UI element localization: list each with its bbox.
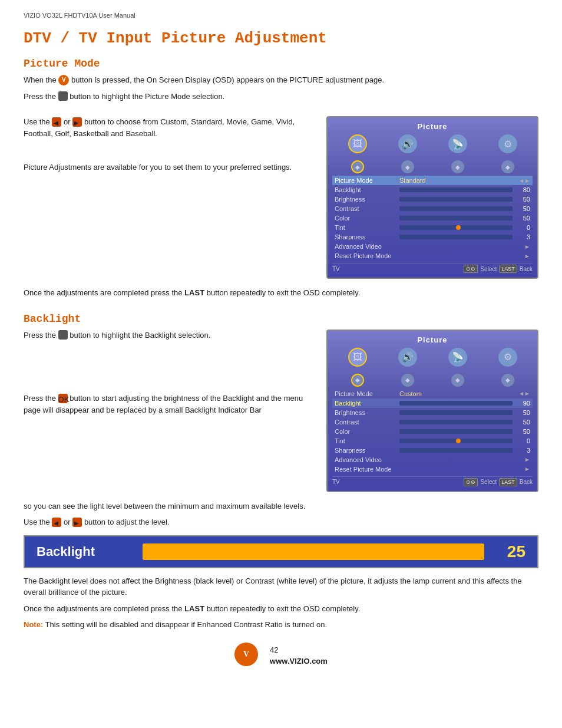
osd2-row-advanced: Advanced Video ► [332, 455, 533, 465]
sub-icon-1b: ◆ [351, 374, 364, 387]
section2-para2: Press the OK button to start adjusting t… [24, 393, 315, 416]
osd2-icon-picture: 🖼 [348, 348, 367, 367]
osd2-row-color: Color 50 [332, 427, 533, 436]
left-arrow-icon-2: ◄ [52, 518, 61, 527]
section2-desc1: The Backlight level does not affect the … [24, 575, 538, 598]
osd2-select-text: Select [480, 479, 497, 485]
osd2-row-contrast: Contrast 50 [332, 417, 533, 427]
osd1-icon-audio: 🔊 [398, 134, 417, 153]
section1-para3: Use the ◄ or ► button to choose from Cus… [24, 116, 315, 139]
section2-desc2: Once the adjustments are completed press… [24, 603, 538, 615]
osd2-back-text: Back [520, 479, 533, 485]
section2-content: Press the button to highlight the Backli… [24, 330, 538, 492]
section1-para1: When the V button is pressed, the On Scr… [24, 74, 538, 86]
page-header: VIZIO VO32L FHDTV10A User Manual [24, 12, 538, 19]
last-bold-1: LAST [184, 288, 204, 297]
sub-icon-3b: ◆ [451, 374, 464, 387]
footer-url: www.VIZIO.com [270, 657, 328, 666]
backlight-bar-value: 25 [496, 542, 525, 561]
sub-icon-4: ◆ [501, 160, 514, 173]
osd2-row-brightness: Brightness 50 [332, 408, 533, 417]
osd1-icons-row: 🖼 🔊 📡 ⚙ [332, 134, 533, 156]
right-arrow-icon: ► [72, 117, 82, 127]
backlight-indicator-bar: Backlight 25 [24, 535, 538, 568]
settings-icon: ⚙ [498, 134, 517, 153]
osd1-title: Picture [332, 122, 533, 131]
sub-icon-2b: ◆ [401, 374, 414, 387]
backlight-highlight-btn [58, 330, 68, 340]
osd1-row-tint: Tint 0 [332, 223, 533, 232]
section2-para4: Use the ◄ or ► button to adjust the leve… [24, 516, 538, 528]
osd2-box: Picture 🖼 🔊 📡 ⚙ ◆ ◆ ◆ ◆ [326, 330, 538, 492]
osd1-footer-right: ⊙⊙ Select LAST Back [464, 265, 533, 273]
osd2-row-tint: Tint 0 [332, 436, 533, 446]
audio-icon-2: 🔊 [398, 348, 417, 367]
osd1-row-picture-mode: Picture Mode Standard ◄► [332, 176, 533, 185]
page-number: 42 [270, 645, 328, 654]
section1-after-para: Once the adjustments are completed press… [24, 287, 538, 299]
osd2-icon-audio: 🔊 [398, 348, 417, 367]
tuner-icon: 📡 [448, 134, 467, 153]
osd2-icons-row: 🖼 🔊 📡 ⚙ [332, 348, 533, 369]
osd1-icon-picture: 🖼 [348, 134, 367, 153]
osd1-back-text: Back [520, 266, 533, 272]
osd1-box: Picture 🖼 🔊 📡 ⚙ ◆ ◆ ◆ ◆ [326, 116, 538, 279]
page-title: DTV / TV Input Picture Adjustment [24, 29, 538, 47]
section2-para1: Press the button to highlight the Backli… [24, 330, 315, 341]
osd2-footer: TV ⊙⊙ Select LAST Back [332, 476, 533, 486]
osd1-icon-settings: ⚙ [498, 134, 517, 153]
osd1-footer: TV ⊙⊙ Select LAST Back [332, 263, 533, 273]
osd1-back-kbd: LAST [499, 265, 517, 273]
section1-caption: Picture Adjustments are available for yo… [24, 162, 315, 173]
osd1-row-backlight: Backlight 80 [332, 185, 533, 195]
osd2-container: Picture 🖼 🔊 📡 ⚙ ◆ ◆ ◆ ◆ [326, 330, 538, 492]
osd2-footer-right: ⊙⊙ Select LAST Back [464, 478, 533, 486]
osd1-row-sharpness: Sharpness 3 [332, 232, 533, 242]
right-arrow-icon-2: ► [72, 518, 82, 527]
section1-text: Use the ◄ or ► button to choose from Cus… [24, 116, 315, 178]
osd1-select-kbd: ⊙⊙ [464, 265, 478, 273]
osd2-icon-tuner: 📡 [448, 348, 467, 367]
settings-icon-2: ⚙ [498, 348, 517, 367]
sub-icon-1: ◆ [351, 160, 364, 173]
backlight-level-indicator [143, 543, 484, 560]
osd2-row-picture-mode: Picture Mode Custom ◄► [332, 389, 533, 398]
ok-button-icon: OK [58, 394, 68, 403]
picture-icon: 🖼 [348, 134, 367, 153]
osd2-icon-settings: ⚙ [498, 348, 517, 367]
osd2-sub-icons: ◆ ◆ ◆ ◆ [332, 373, 533, 389]
section1-content: Use the ◄ or ► button to choose from Cus… [24, 116, 538, 279]
osd2-row-sharpness: Sharpness 3 [332, 446, 533, 455]
backlight-bar-label: Backlight [37, 544, 131, 559]
osd2-row-reset: Reset Picture Mode ► [332, 465, 533, 474]
osd2-row-backlight: Backlight 90 [332, 398, 533, 408]
osd2-select-kbd: ⊙⊙ [464, 478, 478, 486]
sub-icon-3: ◆ [451, 160, 464, 173]
audio-icon: 🔊 [398, 134, 417, 153]
header-text: VIZIO VO32L FHDTV10A User Manual [24, 12, 135, 19]
highlight-button-icon [58, 91, 68, 101]
v-button-icon: V [58, 75, 69, 85]
picture-icon-2: 🖼 [348, 348, 367, 367]
osd1-row-advanced: Advanced Video ► [332, 242, 533, 251]
osd1-footer-left: TV [332, 266, 340, 272]
tuner-icon-2: 📡 [448, 348, 467, 367]
section2-text: Press the button to highlight the Backli… [24, 330, 315, 421]
section2-heading: Backlight [24, 313, 538, 325]
osd1-sub-icons: ◆ ◆ ◆ ◆ [332, 159, 533, 176]
osd1-row-brightness: Brightness 50 [332, 195, 533, 204]
sub-icon-2: ◆ [401, 160, 414, 173]
sub-icon-4b: ◆ [501, 374, 514, 387]
osd2-footer-left: TV [332, 479, 340, 485]
osd2-back-kbd: LAST [499, 478, 517, 486]
section1-para2: Press the button to highlight the Pictur… [24, 91, 538, 103]
osd1-row-contrast: Contrast 50 [332, 204, 533, 213]
osd1-icon-tuner: 📡 [448, 134, 467, 153]
osd1-select-text: Select [480, 266, 497, 272]
osd1-row-color: Color 50 [332, 213, 533, 223]
last-bold-2: LAST [184, 604, 204, 613]
note-label: Note: [24, 620, 43, 629]
left-arrow-icon: ◄ [52, 117, 61, 127]
section2-para3: so you can see the light level between t… [24, 500, 538, 512]
section1-heading: Picture Mode [24, 58, 538, 70]
